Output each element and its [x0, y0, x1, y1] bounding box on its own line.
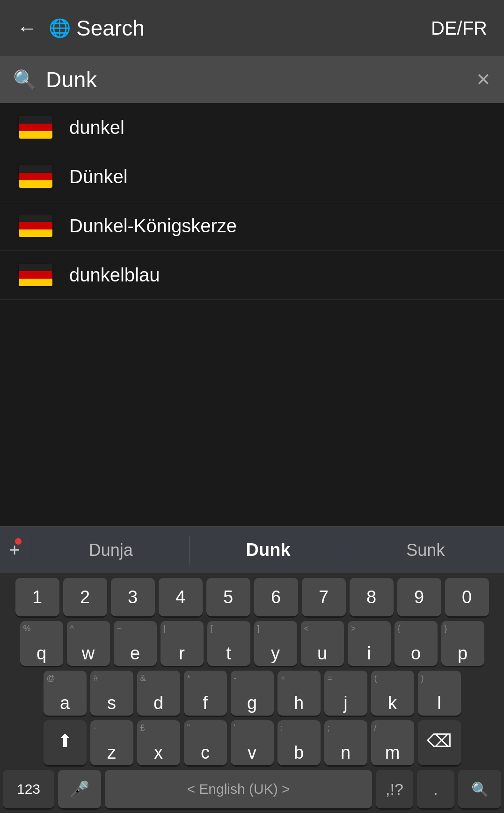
key-f[interactable]: *f [184, 671, 227, 716]
key-j[interactable]: =j [324, 671, 367, 716]
key-u[interactable]: <u [301, 621, 344, 666]
key-l[interactable]: )l [418, 671, 461, 716]
autocomplete-bar: + Dunja Dunk Sunk [0, 526, 504, 573]
autocomplete-word-3[interactable]: Sunk [357, 540, 495, 560]
key-h[interactable]: +h [278, 671, 321, 716]
key-t[interactable]: [t [207, 621, 250, 666]
mic-key[interactable]: 🎤 [58, 770, 101, 808]
result-text: Dunkel-Königskerze [69, 215, 237, 237]
results-list: dunkel Dünkel Dunkel-Königskerze dunkelb… [0, 103, 504, 526]
notification-dot [15, 538, 22, 545]
search-icon: 🔍 [13, 69, 37, 91]
key-q[interactable]: %q [20, 621, 63, 666]
key-7[interactable]: 7 [302, 578, 346, 616]
key-d[interactable]: &d [137, 671, 180, 716]
number-row: 1 2 3 4 5 6 7 8 9 0 [3, 578, 501, 616]
autocomplete-word-2[interactable]: Dunk [199, 540, 337, 560]
key-6[interactable]: 6 [254, 578, 298, 616]
keyboard: 1 2 3 4 5 6 7 8 9 0 %q ^w ~e |r [t ]y <u… [0, 573, 504, 813]
result-text: dunkel [69, 117, 124, 138]
letter-row-2: @a #s &d *f -g +h =j (k )l [3, 671, 501, 716]
key-2[interactable]: 2 [63, 578, 107, 616]
key-r[interactable]: |r [161, 621, 204, 666]
key-g[interactable]: -g [231, 671, 274, 716]
bottom-row: 123 🎤 < English (UK) > ,!? . 🔍 [3, 770, 501, 808]
key-w[interactable]: ^w [67, 621, 110, 666]
key-x[interactable]: £x [137, 720, 180, 765]
key-m[interactable]: /m [371, 720, 414, 765]
divider [347, 536, 347, 564]
key-z[interactable]: -z [90, 720, 133, 765]
german-flag [19, 116, 52, 139]
key-8[interactable]: 8 [350, 578, 394, 616]
key-1[interactable]: 1 [15, 578, 59, 616]
key-v[interactable]: 'v [231, 720, 274, 765]
divider [32, 536, 32, 564]
autocomplete-word-1[interactable]: Dunja [42, 540, 180, 560]
key-e[interactable]: ~e [114, 621, 157, 666]
result-text: dunkelblau [69, 265, 160, 286]
german-flag [19, 264, 52, 286]
space-key[interactable]: < English (UK) > [105, 770, 372, 808]
header: ← 🌐 Search DE/FR [0, 0, 504, 56]
key-p[interactable]: }p [441, 621, 484, 666]
search-key[interactable]: 🔍 [458, 770, 501, 808]
period-key[interactable]: . [417, 770, 454, 808]
globe-icon: 🌐 [49, 18, 71, 38]
german-flag [19, 165, 52, 188]
key-5[interactable]: 5 [206, 578, 250, 616]
key-c[interactable]: "c [184, 720, 227, 765]
backspace-key[interactable]: ⌫ [418, 720, 461, 765]
search-bar: 🔍 Dunk ✕ [0, 56, 504, 103]
clear-button[interactable]: ✕ [476, 69, 491, 90]
letter-row-3: ⬆ -z £x "c 'v :b ;n /m ⌫ [3, 720, 501, 765]
search-input[interactable]: Dunk [46, 67, 476, 92]
list-item[interactable]: dunkel [0, 103, 504, 152]
page-title: Search [76, 15, 431, 41]
key-k[interactable]: (k [371, 671, 414, 716]
key-n[interactable]: ;n [324, 720, 367, 765]
key-4[interactable]: 4 [159, 578, 203, 616]
key-b[interactable]: :b [278, 720, 321, 765]
back-button[interactable]: ← [17, 16, 37, 40]
key-3[interactable]: 3 [111, 578, 155, 616]
german-flag [19, 214, 52, 237]
punct-key[interactable]: ,!? [376, 770, 413, 808]
letter-row-1: %q ^w ~e |r [t ]y <u >i {o }p [3, 621, 501, 666]
language-selector[interactable]: DE/FR [431, 18, 487, 39]
key-y[interactable]: ]y [254, 621, 297, 666]
divider [189, 536, 190, 564]
key-o[interactable]: {o [394, 621, 438, 666]
key-i[interactable]: >i [348, 621, 391, 666]
key-0[interactable]: 0 [445, 578, 489, 616]
list-item[interactable]: dunkelblau [0, 251, 504, 300]
key-123[interactable]: 123 [3, 770, 54, 808]
add-button[interactable]: + [9, 540, 20, 560]
list-item[interactable]: Dünkel [0, 152, 504, 201]
shift-key[interactable]: ⬆ [44, 720, 87, 765]
key-9[interactable]: 9 [397, 578, 441, 616]
list-item[interactable]: Dunkel-Königskerze [0, 201, 504, 251]
result-text: Dünkel [69, 166, 128, 187]
key-s[interactable]: #s [90, 671, 133, 716]
key-a[interactable]: @a [44, 671, 87, 716]
